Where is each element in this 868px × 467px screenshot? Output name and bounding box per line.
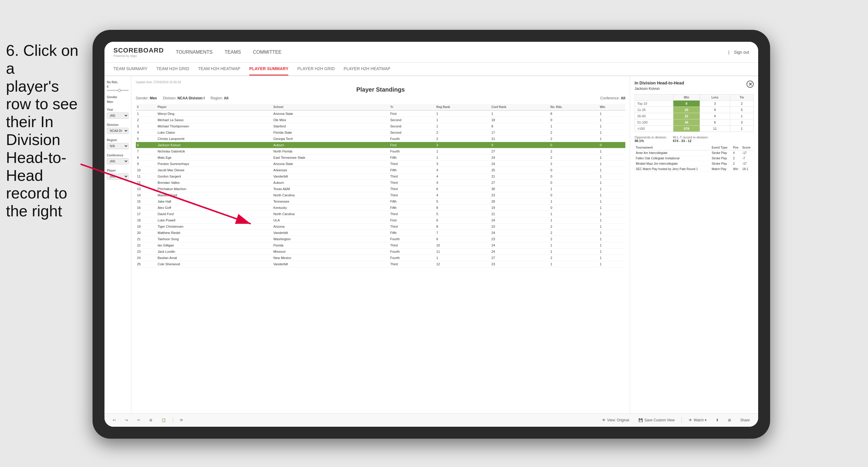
cell-school: New Mexico — [272, 255, 389, 261]
toolbar-copy-icon[interactable]: ⧉ — [147, 417, 155, 424]
cell-reg: 2 — [435, 129, 490, 136]
toolbar-icon-1[interactable]: ⬆ — [713, 417, 721, 424]
cell-rds: 2 — [549, 129, 599, 136]
cell-school: Tennessee — [272, 198, 389, 205]
table-row[interactable]: 8 Mats Ege East Tennessee State Fifth 1 … — [136, 155, 625, 161]
tab-team-summary[interactable]: TEAM SUMMARY — [114, 63, 148, 75]
h2h-col-tie: Tie — [730, 95, 754, 100]
cell-reg: 4 — [435, 174, 490, 180]
nav-committee[interactable]: COMMITTEE — [253, 48, 281, 56]
sign-out-button[interactable]: Sign out — [734, 50, 749, 55]
cell-reg: 10 — [435, 242, 490, 249]
cell-rds: 1 — [549, 211, 599, 217]
col-yr: Yr — [389, 104, 435, 111]
nav-tournaments[interactable]: TOURNAMENTS — [176, 48, 213, 56]
table-row[interactable]: 24 Bastian Amat New Mexico Fourth 1 27 2… — [136, 255, 625, 261]
toolbar-refresh-icon[interactable]: ⟳ — [178, 417, 185, 424]
cell-conf: 24 — [490, 217, 549, 223]
toolbar-icon-2[interactable]: ⊞ — [725, 417, 733, 424]
h2h-win: 22 — [673, 113, 700, 119]
toolbar-paste-icon[interactable]: 📋 — [159, 417, 168, 424]
close-h2h-button[interactable]: ✕ — [746, 81, 754, 88]
table-row[interactable]: 18 Luke Powell ULA First 6 24 1 1 — [136, 217, 625, 223]
table-row[interactable]: 2 Michael La Sasso Ole Miss Second 1 18 … — [136, 117, 625, 123]
table-row[interactable]: 4 Luke Claton Florida State Second 2 17 … — [136, 129, 625, 136]
nav-teams[interactable]: TEAMS — [224, 48, 241, 56]
cell-player: Preston Summerhays — [156, 161, 272, 167]
table-row[interactable]: 11 Gordon Sargent Vanderbilt Third 4 21 … — [136, 174, 625, 180]
tab-player-h2h-heatmap[interactable]: PLAYER H2H HEATMAP — [344, 63, 391, 75]
tab-player-summary[interactable]: PLAYER SUMMARY — [249, 63, 288, 75]
cell-win: 1 — [598, 111, 625, 117]
tab-team-h2h-grid[interactable]: TEAM H2H GRID — [156, 63, 189, 75]
cell-school: Vanderbilt — [272, 261, 389, 268]
cell-reg: 4 — [435, 167, 490, 174]
t-pos: 4 — [732, 150, 741, 156]
table-row[interactable]: 21 Taehoon Song Washington Fourth 6 23 2… — [136, 236, 625, 242]
cell-rds: 0 — [549, 117, 599, 123]
cell-reg: 5 — [435, 211, 490, 217]
share-button[interactable]: Share — [738, 417, 752, 424]
toolbar-scissors-icon[interactable]: ✂ — [135, 417, 143, 424]
table-row[interactable]: 25 Cole Sherwood Vanderbilt Third 12 23 … — [136, 261, 625, 268]
h2h-win: 46 — [673, 119, 700, 126]
table-row[interactable]: 9 Preston Summerhays Arizona State Third… — [136, 161, 625, 167]
table-row[interactable]: 20 Matthew Riedel Vanderbilt Fifth 7 24 … — [136, 230, 625, 236]
undo-button[interactable]: ↩ — [111, 417, 118, 424]
watch-button[interactable]: 👁 Watch ▾ — [686, 417, 709, 424]
cell-yr: First — [389, 142, 435, 148]
conference-select[interactable]: (All) — [107, 158, 129, 164]
t-type: Stroke Play — [710, 150, 732, 156]
table-row[interactable]: 7 Nicholas Gabrelcik North Florida Fourt… — [136, 148, 625, 155]
cell-player: Nicholas Gabrelcik — [156, 148, 272, 155]
region-select[interactable]: N/A — [107, 143, 129, 149]
h2h-row: Top 10 8 3 2 — [635, 100, 754, 107]
cell-conf: 28 — [490, 198, 549, 205]
cell-num: 12 — [136, 180, 156, 186]
table-row[interactable]: 14 Maxwell Ford North Carolina Third 4 2… — [136, 192, 625, 198]
cell-win: 1 — [598, 174, 625, 180]
division-select[interactable]: NCAA Division I — [107, 128, 129, 134]
region-section: Region N/A — [107, 138, 129, 149]
cell-yr: Third — [389, 180, 435, 186]
toolbar: ↩ ↪ ✂ ⧉ 📋 ⟳ 👁 View: Original 💾 Save Cust… — [104, 413, 758, 427]
cell-rds: 0 — [549, 180, 599, 186]
view-original-button[interactable]: 👁 View: Original — [600, 417, 631, 424]
table-row[interactable]: 1 Wenyi Ding Arizona State First 1 1 8 1 — [136, 111, 625, 117]
tab-team-h2h-heatmap[interactable]: TEAM H2H HEATMAP — [198, 63, 240, 75]
no-rds-slider[interactable] — [107, 90, 129, 91]
year-select[interactable]: (All) — [107, 113, 129, 119]
cell-reg: 11 — [435, 249, 490, 255]
table-row[interactable]: 23 Jack Lundin Missouri Fourth 11 24 1 1 — [136, 249, 625, 255]
cell-num: 1 — [136, 111, 156, 117]
table-row[interactable]: 5 Christo Lamprecht Georgia Tech Fourth … — [136, 136, 625, 142]
tab-player-h2h-grid[interactable]: PLAYER H2H GRID — [297, 63, 335, 75]
table-row[interactable]: 10 Jacob Mac Diesse Arkansas Fifth 4 25 … — [136, 167, 625, 174]
player-select[interactable]: (All) — [107, 174, 129, 180]
cell-yr: Third — [389, 174, 435, 180]
cell-num: 18 — [136, 217, 156, 223]
table-row[interactable]: 22 Ian Gilligan Florida Third 10 24 1 1 — [136, 242, 625, 249]
save-custom-view-button[interactable]: 💾 Save Custom View — [636, 417, 677, 424]
cell-num: 25 — [136, 261, 156, 268]
redo-button[interactable]: ↪ — [123, 417, 130, 424]
table-row[interactable]: 6 Jackson Koivun Auburn First 3 9 0 0 — [136, 142, 625, 148]
cell-conf: 1 — [490, 111, 549, 117]
standings-title: Player Standings — [136, 86, 625, 93]
table-row[interactable]: 13 Phichakun Maichon Texas A&M Third 6 3… — [136, 186, 625, 192]
cell-school: Vanderbilt — [272, 174, 389, 180]
table-row[interactable]: 17 David Ford North Carolina Third 5 21 … — [136, 211, 625, 217]
cell-win: 0 — [598, 142, 625, 148]
table-row[interactable]: 15 Jake Hall Tennessee Fifth 5 28 1 1 — [136, 198, 625, 205]
table-row[interactable]: 3 Michael Thorbjornsen Stanford Second 1… — [136, 123, 625, 129]
region-filter: Region: All — [211, 96, 228, 100]
cell-player: David Ford — [156, 211, 272, 217]
table-row[interactable]: 19 Tiger Christensen Arizona Third 8 23 … — [136, 223, 625, 230]
cell-reg: 6 — [435, 236, 490, 242]
table-row[interactable]: 12 Brendan Valles Auburn Third 4 27 0 1 — [136, 180, 625, 186]
save-custom-label: Save Custom View — [645, 418, 675, 422]
cell-yr: Fifth — [389, 198, 435, 205]
h2h-row: 26-50 22 4 1 — [635, 113, 754, 119]
table-row[interactable]: 16 Alex Goff Kentucky Fifth 8 19 0 1 — [136, 205, 625, 211]
h2h-row: 11-25 20 9 5 — [635, 107, 754, 113]
